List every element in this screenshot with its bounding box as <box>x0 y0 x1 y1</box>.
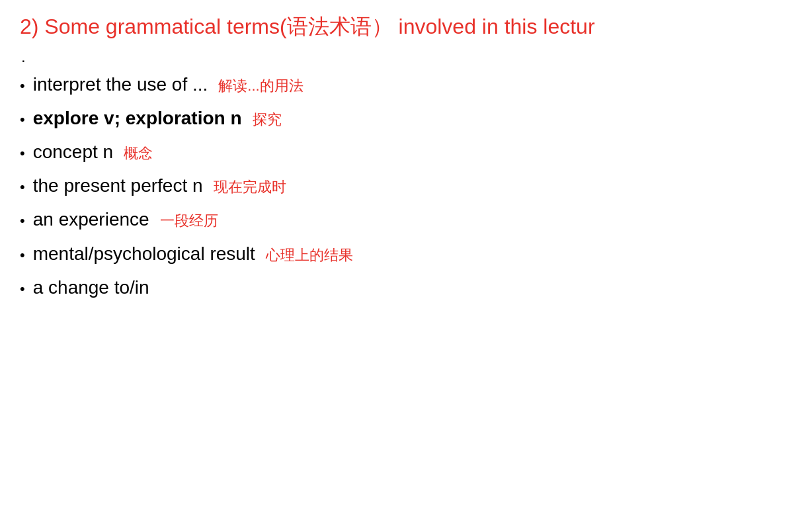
bullet-icon: • <box>20 110 25 130</box>
list-item: •mental/psychological result心理上的结果 <box>20 241 792 267</box>
english-term: mental/psychological result <box>33 241 255 267</box>
list-item: •the present perfect n现在完成时 <box>20 173 792 198</box>
chinese-translation: 心理上的结果 <box>266 245 353 266</box>
vocabulary-list: •interpret the use of ...解读...的用法•explor… <box>20 71 792 300</box>
list-item: •explore v; exploration n探究 <box>20 105 792 131</box>
chinese-translation: 探究 <box>253 110 282 130</box>
english-term: an experience <box>33 206 149 232</box>
bullet-icon: • <box>20 279 25 300</box>
dot-separator: . <box>21 48 792 66</box>
bullet-icon: • <box>20 76 25 97</box>
bullet-icon: • <box>20 177 25 198</box>
chinese-translation: 解读...的用法 <box>218 76 303 97</box>
list-item: •a change to/in <box>20 275 792 300</box>
bullet-icon: • <box>20 211 25 232</box>
chinese-translation: 现在完成时 <box>214 177 286 198</box>
page-title: 2) Some grammatical terms(语法术语） involved… <box>20 13 792 41</box>
english-term: explore v; exploration n <box>33 105 242 131</box>
list-item: •concept n概念 <box>20 139 792 165</box>
english-term: the present perfect n <box>33 173 203 198</box>
list-item: • an experience一段经历 <box>20 206 792 232</box>
english-term: interpret the use of ... <box>33 71 208 97</box>
list-item: •interpret the use of ...解读...的用法 <box>20 71 792 97</box>
bullet-icon: • <box>20 144 25 164</box>
english-term: concept n <box>33 139 113 165</box>
chinese-translation: 概念 <box>124 144 153 164</box>
chinese-translation: 一段经历 <box>160 211 218 232</box>
bullet-icon: • <box>20 245 25 266</box>
english-term: a change to/in <box>33 275 149 300</box>
